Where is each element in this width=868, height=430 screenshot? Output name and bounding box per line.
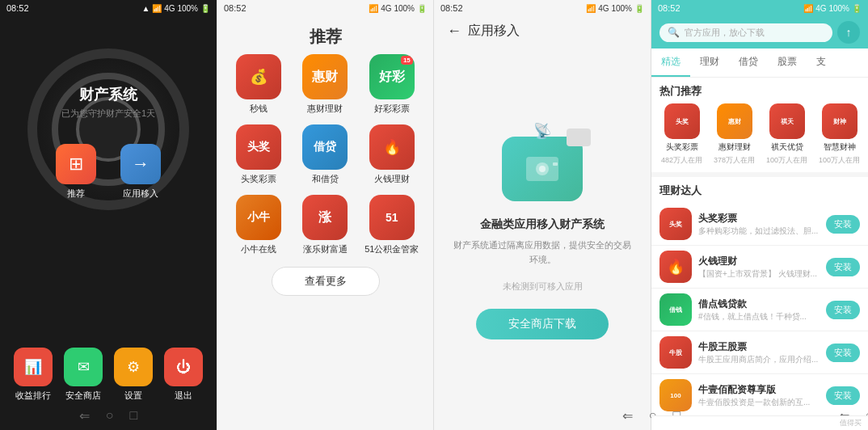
store-tabs: 精选 理财 借贷 股票 支 [651, 48, 868, 78]
search-icon: 🔍 [668, 27, 680, 38]
finance-system-subtitle: 已为您守护财产安全1天 [0, 108, 217, 120]
see-more-button[interactable]: 查看更多 [272, 267, 380, 296]
tab-licai[interactable]: 理财 [690, 48, 729, 77]
nav-bar-p1: ⇐ ○ □ [0, 408, 217, 424]
panel-finance-system: 08:52 ▲ 📶 4G 100% 🔋 财产系统 已为您守护财产安全1天 ⊞ 推… [0, 0, 217, 430]
grid-app-51[interactable]: 51 51公积金管家 [364, 195, 420, 255]
migrate-main-title: 金融类应用移入财产系统 [480, 217, 605, 232]
svg-rect-3 [553, 162, 558, 166]
status-bar-p4: 08:52 📶 4G 100% 🔋 [651, 0, 868, 16]
safe-store-icon: ✉ [64, 348, 103, 386]
grid-app-miaoqian-label: 秒钱 [250, 103, 268, 115]
hot-app-qitian[interactable]: 祺天 祺天优贷 100万人在用 [765, 103, 809, 166]
status-bar-p1: 08:52 ▲ 📶 4G 100% 🔋 [0, 0, 217, 16]
grid-app-haocai-label: 好彩彩票 [374, 103, 410, 115]
grid-app-zhangle[interactable]: 涨 涨乐财富通 [297, 195, 353, 255]
hot-app-toutou[interactable]: 头奖 头奖彩票 482万人在用 [659, 103, 704, 166]
tab-zhi[interactable]: 支 [807, 48, 836, 77]
exit-label: 退出 [175, 390, 192, 402]
search-placeholder: 官方应用，放心下载 [685, 27, 765, 39]
tab-jingxuan[interactable]: 精选 [651, 48, 690, 77]
grid-app-toutou[interactable]: 头奖 头奖彩票 [230, 124, 287, 185]
list-section-title: 理财达人 [651, 177, 868, 203]
time-p2: 08:52 [224, 3, 246, 13]
install-btn-0[interactable]: 安装 [826, 215, 860, 234]
panel3-main-content: 📡 金融类应用移入财产系统 财产系统通过隔离应用数据，提供安全的交易环境。 未检… [434, 46, 651, 430]
bottom-app-icons: 📊 收益排行 ✉ 安全商店 ⚙ 设置 ⏻ 退出 [0, 348, 217, 402]
nav-bar-p2: ⇐ ○ □ [217, 408, 433, 424]
watermark: 值得买 [651, 415, 868, 430]
install-btn-1[interactable]: 安装 [826, 258, 860, 276]
app-grid: 💰 秒钱 惠财 惠财理财 好彩 15 好彩彩票 头奖 头奖彩票 借贷 [217, 54, 433, 255]
migrate-status-text: 未检测到可移入应用 [503, 280, 583, 293]
settings-icon: ⚙ [114, 348, 153, 386]
list-item-2[interactable]: 借钱 借点钱贷款 #信钱，就上借点钱！千种贷... 安装 [651, 289, 868, 331]
download-button[interactable]: 安全商店下载 [476, 309, 609, 339]
page-title-p3: 应用移入 [468, 23, 520, 40]
finance-system-title: 财产系统 [0, 85, 217, 104]
grid-app-toutou-label: 头奖彩票 [241, 173, 276, 185]
grid-app-xiaoniu-label: 小牛在线 [241, 243, 276, 255]
settings-label: 设置 [124, 390, 142, 402]
panel-recommend: 08:52 📶 4G 100% 🔋 推荐 💰 秒钱 惠财 惠财理财 好彩 15 [217, 0, 433, 430]
grid-app-huicai[interactable]: 惠财 惠财理财 [297, 54, 353, 115]
time-p4: 08:52 [658, 3, 680, 13]
status-bar-p3: 08:52 📶 4G 100% 🔋 [434, 0, 651, 16]
install-btn-2[interactable]: 安装 [826, 301, 860, 319]
earnings-rank-icon: 📊 [14, 348, 53, 386]
recommend-icon: ⊞ [56, 144, 96, 184]
tab-gupiao[interactable]: 股票 [768, 48, 807, 77]
exit-icon: ⏻ [164, 348, 203, 386]
migrate-desc: 财产系统通过隔离应用数据，提供安全的交易环境。 [450, 238, 634, 267]
grid-app-xiaoniu[interactable]: 小牛 小牛在线 [230, 195, 287, 255]
list-item-0[interactable]: 头奖 头奖彩票 多种购彩功能，如过滤投法、胆... 安装 [651, 203, 868, 246]
hot-app-huicai[interactable]: 惠财 惠财理财 378万人在用 [712, 103, 756, 166]
grid-app-hedai-label: 和借贷 [312, 173, 339, 185]
panel3-header: ← 应用移入 [434, 16, 651, 46]
grid-app-hedai[interactable]: 借贷 和借贷 [297, 124, 353, 185]
recommend-page-title: 推荐 [217, 16, 433, 54]
app-migrate-icon: → [120, 144, 161, 184]
svg-point-2 [539, 166, 546, 172]
hot-section-title: 热门推荐 [651, 78, 868, 103]
grid-app-huoqian-label: 火钱理财 [374, 173, 410, 185]
upload-button[interactable]: ↑ [837, 21, 860, 44]
recommend-icon-item[interactable]: ⊞ 推荐 [56, 144, 96, 200]
status-bar-p2: 08:52 📶 4G 100% 🔋 [217, 0, 433, 16]
grid-app-huoqian[interactable]: 🔥 火钱理财 [364, 124, 420, 185]
safe-store-item[interactable]: ✉ 安全商店 [64, 348, 103, 402]
time-p3: 08:52 [440, 3, 463, 13]
list-item-3[interactable]: 牛股 牛股王股票 牛股王应用商店简介，应用介绍... 安装 [651, 331, 868, 374]
install-btn-4[interactable]: 安装 [826, 386, 860, 405]
app-list: 头奖 头奖彩票 多种购彩功能，如过滤投法、胆... 安装 🔥 火钱理财 【国资+… [651, 203, 868, 415]
exit-item[interactable]: ⏻ 退出 [164, 348, 203, 402]
panel-app-store: 08:52 📶 4G 100% 🔋 🔍 官方应用，放心下载 ↑ 精选 理财 借贷… [651, 0, 868, 430]
safe-illustration: 📡 [502, 137, 583, 201]
panel-app-migrate: 08:52 📶 4G 100% 🔋 ← 应用移入 📡 金融类应用移入财产系统 财… [433, 0, 651, 430]
top-app-icons: ⊞ 推荐 → 应用移入 [0, 144, 217, 200]
grid-app-zhangle-label: 涨乐财富通 [303, 243, 348, 255]
grid-app-miaoqian[interactable]: 💰 秒钱 [230, 54, 287, 115]
grid-app-haocai[interactable]: 好彩 15 好彩彩票 [364, 54, 420, 115]
settings-item[interactable]: ⚙ 设置 [114, 348, 153, 402]
earnings-rank-label: 收益排行 [15, 390, 51, 402]
app-migrate-label: 应用移入 [123, 188, 158, 200]
status-icons-p1: ▲ 📶 4G 100% 🔋 [141, 4, 210, 13]
safe-store-label: 安全商店 [65, 390, 101, 402]
hot-app-zhihui[interactable]: 财神 智慧财神 100万人在用 [817, 103, 862, 166]
time-p1: 08:52 [6, 3, 29, 13]
search-bar: 🔍 官方应用，放心下载 ↑ [651, 16, 868, 48]
hot-apps-row: 头奖 头奖彩票 482万人在用 惠财 惠财理财 378万人在用 祺天 祺天优贷 … [651, 103, 868, 172]
install-btn-3[interactable]: 安装 [826, 344, 860, 362]
grid-app-huicai-label: 惠财理财 [307, 103, 343, 115]
recommend-label: 推荐 [67, 188, 85, 200]
earnings-rank-item[interactable]: 📊 收益排行 [14, 348, 53, 402]
app-migrate-icon-item[interactable]: → 应用移入 [120, 144, 161, 200]
grid-app-51-label: 51公积金管家 [364, 243, 419, 255]
safe-svg [522, 153, 563, 185]
back-button[interactable]: ← [447, 23, 461, 40]
tab-jiedai[interactable]: 借贷 [729, 48, 768, 77]
search-input-box[interactable]: 🔍 官方应用，放心下载 [659, 23, 832, 42]
list-item-1[interactable]: 🔥 火钱理财 【国资+上市双背景】 火钱理财... 安装 [651, 246, 868, 289]
